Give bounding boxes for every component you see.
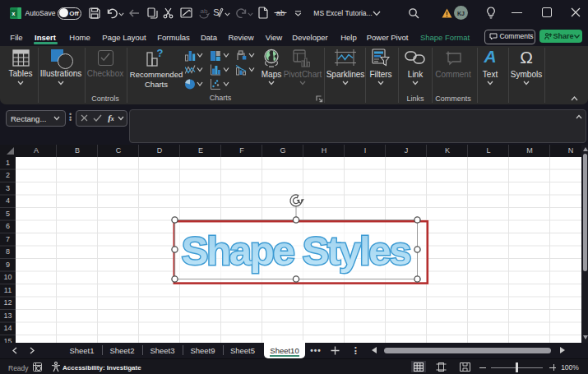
svg-text:Shape Styles: Shape Styles	[182, 229, 410, 273]
